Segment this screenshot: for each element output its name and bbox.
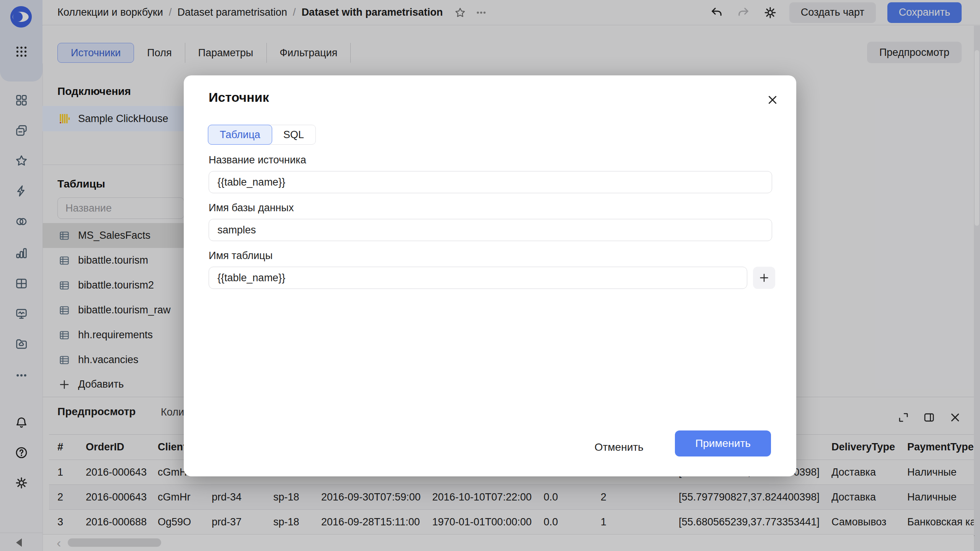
source-modal: Источник Таблица SQL Название источника … — [184, 75, 796, 476]
database-name-label: Имя базы данных — [209, 202, 294, 214]
cancel-button[interactable]: Отменить — [590, 437, 648, 458]
source-type-tabs: Таблица SQL — [208, 125, 316, 145]
modal-title: Источник — [209, 90, 269, 105]
tab-table[interactable]: Таблица — [208, 125, 272, 145]
source-name-input[interactable] — [209, 171, 772, 193]
table-name-label: Имя таблицы — [209, 250, 273, 262]
table-name-input[interactable] — [209, 267, 747, 289]
add-table-name-button[interactable] — [753, 267, 775, 289]
tab-sql[interactable]: SQL — [272, 125, 315, 144]
source-name-label: Название источника — [209, 154, 306, 166]
apply-button[interactable]: Применить — [675, 430, 771, 456]
app-window: Коллекции и воркбуки / Dataset parametri… — [0, 0, 980, 551]
database-name-input[interactable] — [209, 219, 772, 241]
modal-close-icon[interactable] — [765, 92, 780, 108]
